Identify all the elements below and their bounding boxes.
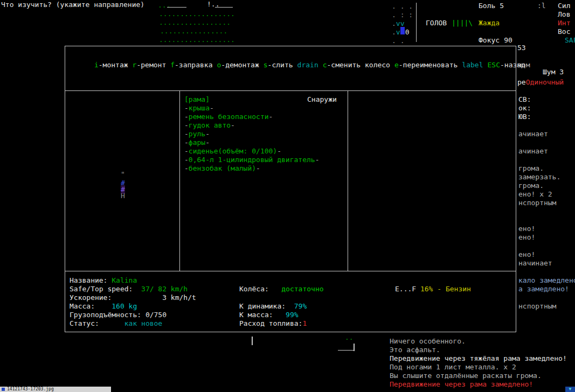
divider (348, 90, 348, 271)
log-line: Передвижение через тяжёлая рама замедлен… (390, 354, 567, 363)
menu-item-back[interactable]: ESC-назад (488, 61, 525, 69)
log-line: Это асфальт. (390, 346, 440, 354)
menu-item-refill[interactable]: f-заправка (170, 61, 212, 69)
sidebar-fragment: замерзать. (518, 173, 560, 181)
sidebar-fragment: ено! (518, 225, 535, 233)
edge-mark: :l (537, 2, 546, 10)
examine-prompt: Что изучить? (укажите направление) (1, 1, 144, 9)
minimap-row: . . . (392, 2, 413, 11)
selected-part-header: [рама] (184, 95, 210, 104)
file-icon (2, 388, 5, 391)
map-dot-row: .................. (159, 10, 235, 18)
map-glyph-dots: .. (345, 333, 354, 342)
part-location-label: Снаружи (307, 95, 337, 104)
vehicle-part-row[interactable]: -крыша- (184, 104, 214, 113)
menu-item-install[interactable]: i-монтаж (94, 61, 128, 69)
sidebar-fragment: грома. (518, 164, 544, 173)
sidebar-fragment: нспортным (518, 199, 556, 207)
chevron-down-icon: ▼ (569, 387, 572, 391)
vehicle-part-row[interactable]: -0,64-л 1-цилиндровый двигатель- (184, 156, 319, 164)
thirst-indicator: Жажда (479, 19, 500, 27)
menu-item-rename[interactable]: e-переименовать (394, 61, 458, 69)
stat-name: Название: Kalina (70, 276, 137, 285)
sidebar-fragment: ЮВ: (518, 113, 531, 121)
vehicle-part-row[interactable]: -гудок авто- (184, 121, 235, 130)
vehicle-tile-seat[interactable]: H (121, 192, 125, 200)
safe-mode-indicator: SAF (565, 36, 575, 45)
sidebar-fragment: ок: (518, 104, 531, 113)
menu-item-remove[interactable]: o-демонтаж (217, 61, 259, 69)
fire-mode-indicator: реОдиночный (517, 78, 564, 87)
stat-dexterity: Лов (558, 10, 570, 19)
sidebar-fragment: начинает (518, 259, 552, 268)
focus-indicator: Фокус90 (479, 36, 512, 45)
log-line: Под ногами 1 лист металла. x 2 (390, 363, 516, 372)
log-line: Передвижение через рама замедлено! (390, 380, 533, 389)
map-dots: ... (158, 1, 170, 10)
vehicle-window: i-монтажr-ремонтf-заправкаo-демонтажs-сл… (65, 46, 516, 332)
map-dot-row: ................. (159, 18, 231, 27)
dropdown-arrow-button[interactable]: ▼ (565, 387, 575, 392)
menu-item-change-tire[interactable]: c-сменить колесо (323, 61, 390, 69)
vehicle-part-row[interactable]: -фары- (184, 138, 210, 147)
vehicle-part-row[interactable]: -руль- (184, 130, 210, 138)
sidebar-fragment: СВ: (518, 95, 531, 104)
minimap-row: .v0 (392, 28, 409, 37)
menu-item-drain[interactable]: drain (297, 61, 318, 69)
stat-status: Статус: как новое (70, 319, 162, 328)
sidebar-fragment: ачинает (518, 130, 548, 138)
stat-intelligence: Инт (558, 19, 570, 27)
map-dot-row: ................ (160, 27, 227, 36)
sidebar-fragment: кало замедлено (518, 276, 575, 285)
sidebar-fragment: грома. (518, 181, 544, 190)
fuel-gauge: E...F 16% - Бензин (395, 285, 471, 293)
vehicle-menu-bar: i-монтажr-ремонтf-заправкаo-демонтажs-сл… (69, 52, 530, 78)
map-line (167, 7, 186, 8)
stat-fuel-usage: Расход топлива:1 (239, 319, 307, 328)
divider (179, 90, 180, 271)
vehicle-part-row[interactable]: -сиденье(объём: 0/100)- (184, 147, 281, 156)
sidebar-speed: 53 (517, 44, 526, 52)
map-glyph-line (338, 350, 354, 351)
stat-perception: Вос (558, 27, 570, 36)
taskbar-button[interactable]: 14121743-17203.jpg (0, 387, 111, 392)
stat-wheels: Колёса: достаточно (239, 285, 324, 293)
divider (65, 90, 516, 91)
hp-bar: ||||\ (452, 19, 473, 27)
map-dot-row: .................. (159, 36, 235, 44)
vehicle-tile-roof[interactable]: " (121, 170, 125, 179)
stat-speed: Safe/Top speed: 37/ 82 km/h (70, 285, 188, 293)
menu-item-label[interactable]: label (462, 61, 483, 69)
sidebar-fragment: ено! x 2 (518, 190, 552, 199)
taskbar-filename: 14121743-17203.jpg (7, 387, 54, 392)
log-line: Вы слышите отдалённые раскаты грома. (390, 372, 542, 380)
game-screen: Что изучить? (укажите направление) ... !… (0, 0, 575, 392)
hp-row-head: ГОЛОВ||||\ (426, 19, 477, 27)
minimap-border (416, 3, 417, 42)
sidebar-fragment: ено! (518, 233, 535, 242)
sidebar-fragment: нспортным (518, 302, 556, 311)
map-glyph-corner (354, 344, 355, 351)
log-line: Ничего особенного. (390, 337, 466, 346)
minimap-row: . : : (392, 11, 413, 19)
minimap-row: . . (392, 37, 404, 45)
vehicle-part-row[interactable]: -бензобак (малый)- (184, 164, 260, 173)
stat-mass: Масса: 160 kg (70, 302, 137, 311)
map-glyph-pole (252, 337, 253, 345)
sidebar-fragment: ено! (518, 250, 535, 259)
stat-cargo: Грузоподъёмность: 0/750 (70, 311, 167, 319)
menu-item-repair[interactable]: r-ремонт (133, 61, 167, 69)
pain-indicator: Боль5 (479, 2, 504, 10)
sidebar-fragment: ачинает (518, 147, 548, 156)
menu-item-siphon[interactable]: s-слить (264, 61, 293, 69)
stat-k-mass: К масса: 99% (239, 311, 299, 319)
stat-k-dynamics: К динамика: 79% (239, 302, 307, 311)
vehicle-part-row[interactable]: -ремень безопасности- (184, 113, 273, 121)
stat-acceleration: Ускорение: 3 km/h/t (70, 293, 196, 302)
map-line (215, 7, 233, 8)
stat-strength: Сил (558, 2, 570, 10)
sidebar-fragment: а замедлено! (518, 285, 569, 293)
noise-indicator: Шум 3 (543, 68, 564, 76)
divider (65, 271, 516, 271)
